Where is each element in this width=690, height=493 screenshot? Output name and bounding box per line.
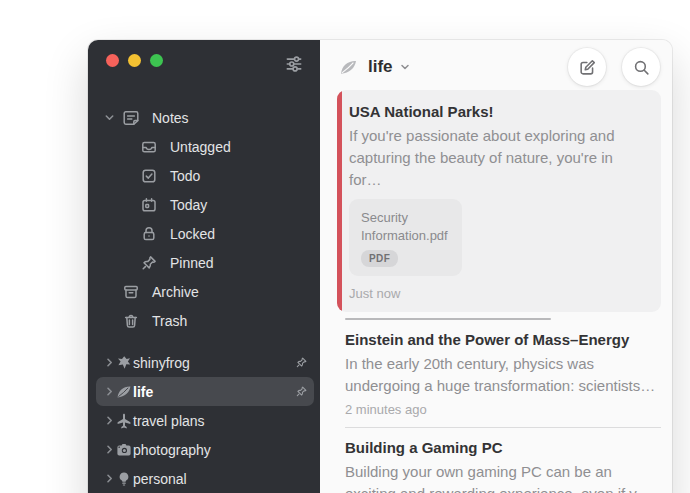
selection-accent-bar	[337, 90, 342, 312]
sidebar-item-todo[interactable]: Todo	[88, 161, 320, 190]
compose-icon	[578, 58, 597, 77]
chevron-right-icon[interactable]	[104, 415, 115, 426]
note-card[interactable]: Einstein and the Power of Mass–Energy In…	[337, 320, 661, 417]
untagged-icon	[140, 138, 158, 156]
archive-icon	[122, 283, 140, 301]
sidebar-item-label: Notes	[152, 110, 189, 126]
sidebar-item-label: Archive	[152, 284, 199, 300]
search-button[interactable]	[622, 48, 660, 86]
sidebar-nav: Notes Untagged Todo	[88, 103, 320, 335]
sidebar-tag-label: travel plans	[133, 413, 205, 429]
note-preview: In the early 20th century, physics was u…	[345, 353, 659, 397]
sidebar-tag-shinyfrog[interactable]: shinyfrog	[96, 348, 314, 377]
sidebar-tag-photography[interactable]: photography	[96, 435, 314, 464]
chevron-right-icon[interactable]	[104, 444, 115, 455]
note-preview: If you're passionate about exploring and…	[349, 125, 647, 191]
sidebar-tag-life[interactable]: life	[96, 377, 314, 406]
note-timestamp: 2 minutes ago	[345, 402, 659, 417]
chevron-right-icon[interactable]	[104, 357, 115, 368]
feather-icon	[115, 383, 133, 401]
pinned-icon	[140, 254, 158, 272]
sidebar-item-pinned[interactable]: Pinned	[88, 248, 320, 277]
chevron-right-icon[interactable]	[104, 473, 115, 484]
sidebar-options-icon[interactable]	[284, 54, 304, 74]
sidebar-item-label: Today	[170, 197, 207, 213]
close-button[interactable]	[106, 54, 119, 67]
sidebar: Notes Untagged Todo	[88, 40, 320, 493]
frog-icon	[115, 354, 133, 372]
attachment-name: Security Information.pdf	[361, 209, 452, 245]
chevron-down-icon[interactable]	[104, 112, 115, 123]
note-card[interactable]: Building a Gaming PC Building your own g…	[337, 428, 661, 493]
bulb-icon	[115, 470, 133, 488]
camera-icon	[115, 441, 133, 459]
sidebar-tag-label: shinyfrog	[133, 355, 190, 371]
notes-icon	[122, 109, 140, 127]
sidebar-item-label: Locked	[170, 226, 215, 242]
today-icon	[140, 196, 158, 214]
zoom-button[interactable]	[150, 54, 163, 67]
plane-icon	[115, 412, 133, 430]
note-title: Building a Gaming PC	[345, 438, 659, 458]
page-title: life	[368, 57, 393, 77]
sidebar-item-untagged[interactable]: Untagged	[88, 132, 320, 161]
attachment-type-badge: PDF	[361, 250, 398, 267]
minimize-button[interactable]	[128, 54, 141, 67]
sidebar-item-notes[interactable]: Notes	[88, 103, 320, 132]
note-card-selected[interactable]: USA National Parks! If you're passionate…	[337, 90, 661, 312]
titlebar	[88, 40, 320, 80]
note-list: USA National Parks! If you're passionate…	[320, 86, 672, 493]
note-title: Einstein and the Power of Mass–Energy	[345, 330, 659, 350]
chevron-down-icon[interactable]	[400, 62, 410, 72]
note-preview: Building your own gaming PC can be an ex…	[345, 461, 659, 493]
sidebar-tag-label: life	[133, 384, 153, 400]
todo-icon	[140, 167, 158, 185]
sidebar-item-today[interactable]: Today	[88, 190, 320, 219]
note-list-panel: life USA National Parks! If you're passi…	[320, 40, 672, 493]
note-title: USA National Parks!	[349, 102, 647, 122]
sidebar-item-label: Untagged	[170, 139, 231, 155]
note-list-header: life	[320, 40, 672, 86]
sidebar-item-trash[interactable]: Trash	[88, 306, 320, 335]
sidebar-item-locked[interactable]: Locked	[88, 219, 320, 248]
sidebar-item-label: Trash	[152, 313, 187, 329]
sidebar-tag-travel-plans[interactable]: travel plans	[96, 406, 314, 435]
sidebar-tag-label: photography	[133, 442, 211, 458]
sidebar-item-label: Todo	[170, 168, 200, 184]
pin-icon	[295, 356, 308, 369]
sidebar-tag-label: personal	[133, 471, 187, 487]
sidebar-tag-personal[interactable]: personal	[96, 464, 314, 493]
compose-button[interactable]	[568, 48, 606, 86]
search-icon	[632, 58, 651, 77]
pin-icon	[295, 385, 308, 398]
sidebar-tags: shinyfrog life	[88, 348, 320, 493]
trash-icon	[122, 312, 140, 330]
attachment-card[interactable]: Security Information.pdf PDF	[349, 199, 462, 276]
app-window: Notes Untagged Todo	[88, 40, 672, 493]
note-timestamp: Just now	[349, 286, 647, 301]
sidebar-item-label: Pinned	[170, 255, 214, 271]
sidebar-item-archive[interactable]: Archive	[88, 277, 320, 306]
locked-icon	[140, 225, 158, 243]
feather-icon	[338, 57, 359, 78]
chevron-right-icon[interactable]	[104, 386, 115, 397]
